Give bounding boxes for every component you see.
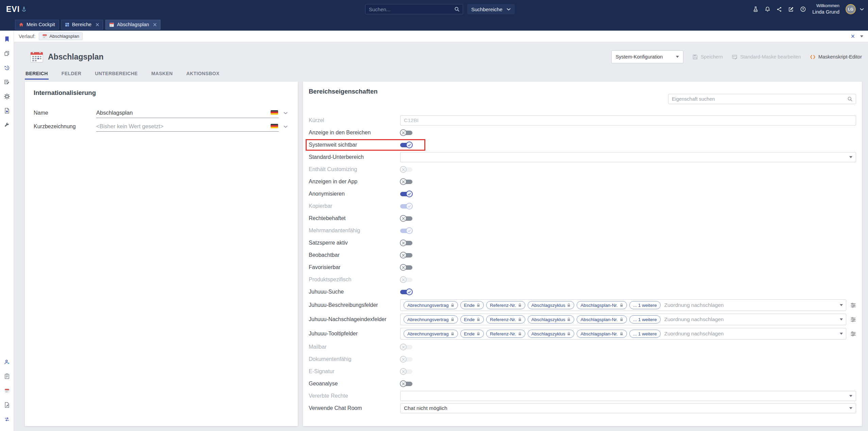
help-icon[interactable]: ? [800, 6, 806, 12]
field-chip[interactable]: Abschlagsplan-Nr. [577, 330, 627, 338]
property-row: Juhuuu-Suche [309, 286, 856, 298]
history-chip[interactable]: Abschlagsplan [39, 32, 83, 40]
clear-history-icon[interactable] [851, 34, 855, 38]
toggle-favorisierbar[interactable] [400, 264, 412, 271]
user-menu-caret-icon[interactable] [860, 8, 864, 11]
lock-icon [567, 317, 571, 321]
chip-label: Ende [464, 303, 475, 308]
property-row: Rechtebehaftet [309, 212, 856, 225]
toggle-geoanalyse[interactable] [400, 380, 412, 387]
page-tabs: BEREICHFELDERUNTERBEREICHEMASKENAKTIONSB… [25, 71, 862, 80]
juhuuu-beschreibungsfelder-field[interactable]: AbrechnungsvertragEndeReferenz-Nr.Abschl… [400, 299, 846, 311]
property-control [400, 203, 856, 210]
sidebar-swap-button[interactable] [0, 412, 14, 426]
search-icon[interactable] [454, 6, 463, 12]
sidebar-file-edit-button[interactable] [0, 398, 14, 412]
field-chip[interactable]: Abschlagsplan-Nr. [577, 315, 627, 324]
toggle-produktspezifisch [400, 276, 412, 283]
close-icon[interactable] [96, 23, 99, 27]
language-dropdown-icon[interactable] [284, 126, 288, 128]
toggle-rechtebehaftet[interactable] [400, 215, 412, 222]
tab-label: Bereiche [72, 22, 91, 27]
button-label: Standard-Maske bearbeiten [740, 54, 801, 60]
vererbte-rechte-select[interactable] [400, 391, 856, 401]
field-chip[interactable]: Ende [460, 330, 484, 338]
global-search-input[interactable] [365, 6, 454, 12]
field-chip[interactable]: ... 1 weitere [629, 330, 661, 338]
field-chip[interactable]: ... 1 weitere [629, 315, 661, 324]
flask-icon[interactable] [753, 6, 759, 12]
property-row: Geoanalyse [309, 378, 856, 390]
property-control: AbrechnungsvertragEndeReferenz-Nr.Abschl… [400, 328, 856, 339]
sidebar-history-button[interactable] [0, 61, 14, 75]
field-chip[interactable]: Abrechnungsvertrag [404, 330, 458, 338]
bell-icon[interactable] [765, 6, 770, 12]
history-menu-caret-icon[interactable] [860, 35, 863, 37]
field-chip[interactable]: Referenz-Nr. [486, 315, 525, 324]
juhuuu-nachschlageindexfelder-field[interactable]: AbrechnungsvertragEndeReferenz-Nr.Abschl… [400, 314, 846, 325]
sidebar-form-edit-button[interactable] [0, 75, 14, 89]
toggle-anzeige-in-den-bereichen[interactable] [400, 129, 412, 136]
column-settings-icon[interactable] [850, 317, 856, 322]
field-chip[interactable]: Abschlagszyklus [528, 330, 575, 338]
toggle-beobachtbar[interactable] [400, 252, 412, 259]
field-chip[interactable]: Abrechnungsvertrag [404, 315, 458, 324]
property-control: AbrechnungsvertragEndeReferenz-Nr.Abschl… [400, 299, 856, 311]
language-dropdown-icon[interactable] [284, 112, 288, 114]
field-chip[interactable]: Abschlagszyklus [528, 301, 575, 309]
window-tab-mein-cockpit[interactable]: Mein Cockpit [15, 20, 59, 30]
toggle-satzsperre-aktiv[interactable] [400, 239, 412, 246]
toggle-juhuuu-suche[interactable] [400, 288, 412, 295]
toggle-anonymisieren[interactable] [400, 190, 412, 197]
juhuuu-tooltipfelder-field[interactable]: AbrechnungsvertragEndeReferenz-Nr.Abschl… [400, 328, 846, 339]
property-row: Anonymisieren [309, 188, 856, 200]
tab-bereich[interactable]: BEREICH [25, 71, 49, 80]
sidebar-bookmark-button[interactable] [0, 32, 14, 46]
column-settings-icon[interactable] [850, 303, 856, 308]
sidebar-gear-button[interactable] [0, 89, 14, 103]
field-chip[interactable]: Ende [460, 301, 484, 309]
toggle-systemweit-sichtbar[interactable] [400, 142, 412, 148]
field-value: Chat nicht möglich [404, 405, 847, 411]
standard-unterbereich-select[interactable] [400, 152, 856, 162]
sidebar-file-chart-button[interactable] [0, 103, 14, 118]
tab-felder[interactable]: FELDER [61, 71, 82, 80]
close-icon[interactable] [153, 23, 157, 27]
config-select[interactable]: System-Konfiguration [611, 50, 683, 63]
tab-unterbereiche[interactable]: UNTERBEREICHE [94, 71, 138, 80]
tab-masken[interactable]: MASKEN [151, 71, 173, 80]
tab-aktionsbox[interactable]: AKTIONSBOX [186, 71, 220, 80]
share-icon[interactable] [777, 6, 782, 12]
field-chip[interactable]: ... 1 weitere [629, 301, 661, 309]
maskenskript-editor-button[interactable]: Maskenskript-Editor [810, 54, 862, 60]
name-input[interactable] [96, 110, 268, 116]
verwende-chat-room-select[interactable]: Chat nicht möglich [400, 403, 856, 413]
property-label: Rechtebehaftet [309, 215, 400, 221]
column-settings-icon[interactable] [850, 331, 856, 336]
kurzbezeichnung-field[interactable] [96, 121, 279, 132]
sidebar-calendar-button[interactable] [0, 383, 14, 398]
window-tab-bereiche[interactable]: Bereiche [61, 20, 103, 30]
sidebar-note-button[interactable] [0, 369, 14, 383]
compose-icon[interactable] [788, 6, 794, 12]
field-chip[interactable]: Abschlagszyklus [528, 315, 575, 324]
name-field[interactable] [96, 108, 279, 118]
header-icons: ? [753, 6, 806, 12]
kurzbezeichnung-input[interactable] [96, 123, 268, 130]
content-column: Verlauf: Abschlagsplan Abschlagsplan Sys… [14, 31, 868, 431]
field-chip[interactable]: Referenz-Nr. [486, 330, 525, 338]
property-search-input[interactable] [668, 96, 847, 102]
field-chip[interactable]: Abschlagsplan-Nr. [577, 301, 627, 309]
property-search[interactable] [668, 94, 856, 104]
global-search[interactable] [365, 4, 463, 14]
field-chip[interactable]: Ende [460, 315, 484, 324]
search-scope-select[interactable]: Suchbereiche [467, 4, 515, 14]
toggle-anzeigen-in-der-app[interactable] [400, 178, 412, 185]
sidebar-wrench-button[interactable] [0, 118, 14, 132]
user-avatar[interactable]: LG [846, 4, 856, 14]
field-chip[interactable]: Abrechnungsvertrag [404, 301, 458, 309]
sidebar-copy-button[interactable] [0, 46, 14, 61]
window-tab-abschlagsplan[interactable]: Abschlagsplan [105, 20, 160, 30]
field-chip[interactable]: Referenz-Nr. [486, 301, 525, 309]
sidebar-user-star-button[interactable] [0, 355, 14, 369]
